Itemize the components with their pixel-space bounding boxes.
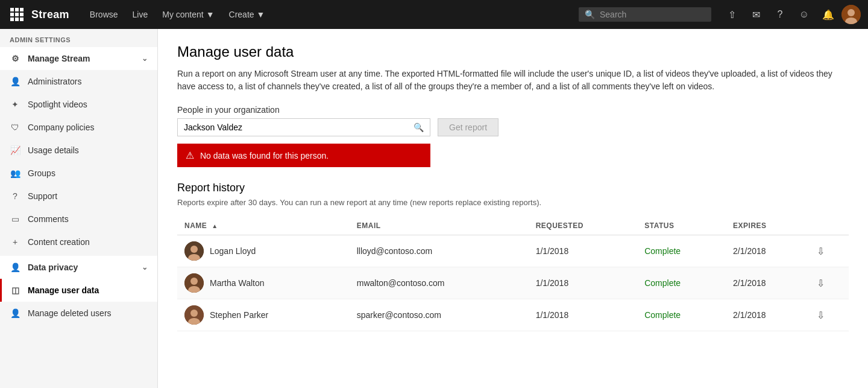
- people-search-box: 🔍: [177, 118, 430, 136]
- nav-links: Browse Live My content ▼ Create ▼: [84, 6, 569, 23]
- table-icon: ◫: [10, 285, 20, 296]
- sidebar-item-content-creation[interactable]: + Content creation: [0, 231, 157, 253]
- cell-requested: 1/1/2018: [529, 267, 638, 299]
- chevron-down-icon: ▼: [257, 10, 265, 19]
- nav-browse[interactable]: Browse: [84, 6, 124, 23]
- cell-requested: 1/1/2018: [529, 235, 638, 267]
- status-badge: Complete: [644, 310, 681, 320]
- table-row: Logan Lloyd llloyd@contoso.com 1/1/2018 …: [177, 235, 849, 267]
- svg-point-10: [190, 310, 198, 317]
- sidebar-item-label: Support: [28, 191, 57, 201]
- report-history-title: Report history: [177, 182, 849, 194]
- help-icon[interactable]: ?: [769, 4, 791, 25]
- waffle-button[interactable]: [7, 5, 27, 24]
- comment-icon: ▭: [10, 214, 20, 224]
- chart-icon: 📈: [10, 145, 20, 156]
- sidebar-item-spotlight-videos[interactable]: ✦ Spotlight videos: [0, 93, 157, 116]
- person-icon: 👤: [10, 308, 20, 319]
- topnav-icons: ⇧ ✉ ? ☺ 🔔: [721, 4, 861, 25]
- sort-asc-icon: ▲: [212, 223, 218, 229]
- sidebar-item-company-policies[interactable]: 🛡 Company policies: [0, 116, 157, 139]
- sidebar-item-manage-user-data[interactable]: ◫ Manage user data: [0, 279, 157, 302]
- cell-email: sparker@contoso.com: [350, 299, 529, 331]
- upload-icon[interactable]: ⇧: [721, 4, 743, 25]
- search-icon: 🔍: [585, 10, 595, 19]
- download-icon[interactable]: ⇩: [817, 278, 825, 288]
- sidebar-item-label: Usage details: [28, 145, 79, 155]
- sidebar-item-label: Company policies: [28, 122, 95, 132]
- privacy-icon: 👤: [10, 262, 20, 273]
- sidebar-manage-stream-items: 👤 Administrators ✦ Spotlight videos 🛡 Co…: [0, 70, 157, 253]
- page-description: Run a report on any Microsoft Stream use…: [177, 68, 840, 93]
- status-badge: Complete: [644, 246, 681, 256]
- cell-status: Complete: [637, 235, 726, 267]
- sidebar-item-comments[interactable]: ▭ Comments: [0, 208, 157, 231]
- sidebar-item-manage-stream[interactable]: ⚙ Manage Stream ⌄: [0, 47, 157, 70]
- sidebar-item-label: Spotlight videos: [28, 100, 87, 109]
- waffle-icon: [10, 8, 24, 21]
- col-action: [810, 217, 849, 235]
- cell-email: mwalton@contoso.com: [350, 267, 529, 299]
- app-layout: ADMIN SETTINGS ⚙ Manage Stream ⌄ 👤 Admin…: [0, 29, 868, 388]
- sidebar-item-usage-details[interactable]: 📈 Usage details: [0, 139, 157, 162]
- top-navigation: Stream Browse Live My content ▼ Create ▼…: [0, 0, 868, 29]
- search-input[interactable]: [600, 10, 696, 19]
- sidebar-section-label: ADMIN SETTINGS: [0, 29, 157, 47]
- people-icon: 👥: [10, 168, 20, 179]
- cell-requested: 1/1/2018: [529, 299, 638, 331]
- cell-download[interactable]: ⇩: [810, 235, 849, 267]
- col-name[interactable]: NAME ▲: [177, 217, 350, 235]
- cell-expires: 2/1/2018: [726, 299, 810, 331]
- cell-email: llloyd@contoso.com: [350, 235, 529, 267]
- user-avatar-icon: [841, 5, 861, 24]
- cell-name: Stephen Parker: [177, 299, 350, 331]
- download-icon[interactable]: ⇩: [817, 310, 825, 320]
- sidebar-item-groups[interactable]: 👥 Groups: [0, 162, 157, 185]
- nav-live[interactable]: Live: [127, 6, 154, 23]
- sidebar-item-administrators[interactable]: 👤 Administrators: [0, 70, 157, 93]
- error-banner: ⚠ No data was found for this person.: [177, 144, 430, 167]
- bell-icon[interactable]: 🔔: [817, 4, 839, 25]
- sidebar-item-manage-deleted-users[interactable]: 👤 Manage deleted users: [0, 302, 157, 325]
- cell-name: Logan Lloyd: [177, 235, 350, 267]
- error-icon: ⚠: [186, 150, 194, 161]
- cell-download[interactable]: ⇩: [810, 267, 849, 299]
- search-icon: 🔍: [414, 122, 424, 132]
- user-avatar[interactable]: [841, 5, 861, 24]
- people-search-input[interactable]: [184, 122, 409, 132]
- sidebar-item-label: Comments: [28, 214, 69, 224]
- sidebar-item-label: Manage deleted users: [28, 308, 112, 318]
- sidebar-item-label: Administrators: [28, 77, 81, 86]
- sidebar-manage-stream-label: Manage Stream: [28, 54, 90, 63]
- cell-expires: 2/1/2018: [726, 235, 810, 267]
- chevron-down-icon: ▼: [206, 10, 215, 19]
- download-icon[interactable]: ⇩: [817, 246, 825, 256]
- page-title: Manage user data: [177, 43, 849, 60]
- svg-point-7: [190, 278, 198, 285]
- search-row: 🔍 Get report: [177, 118, 849, 136]
- user-name: Stephen Parker: [210, 310, 268, 320]
- sidebar-item-support[interactable]: ? Support: [0, 185, 157, 208]
- sidebar-item-data-privacy[interactable]: 👤 Data privacy ⌄: [0, 256, 157, 279]
- table-row: Stephen Parker sparker@contoso.com 1/1/2…: [177, 299, 849, 331]
- gear-icon: ⚙: [10, 53, 20, 64]
- user-name: Martha Walton: [210, 278, 265, 288]
- nav-my-content[interactable]: My content ▼: [156, 6, 220, 23]
- sidebar: ADMIN SETTINGS ⚙ Manage Stream ⌄ 👤 Admin…: [0, 29, 158, 388]
- feedback-icon[interactable]: ☺: [793, 4, 815, 25]
- main-content: Manage user data Run a report on any Mic…: [158, 29, 868, 388]
- report-table: NAME ▲ EMAIL REQUESTED STATUS EXPIRES: [177, 217, 849, 331]
- svg-point-1: [848, 9, 855, 16]
- nav-create[interactable]: Create ▼: [223, 6, 271, 23]
- get-report-button[interactable]: Get report: [438, 118, 498, 136]
- cell-download[interactable]: ⇩: [810, 299, 849, 331]
- cell-status: Complete: [637, 299, 726, 331]
- user-avatar: [184, 241, 204, 261]
- cell-status: Complete: [637, 267, 726, 299]
- col-requested: REQUESTED: [529, 217, 638, 235]
- mail-icon[interactable]: ✉: [745, 4, 767, 25]
- col-status: STATUS: [637, 217, 726, 235]
- col-expires: EXPIRES: [726, 217, 810, 235]
- search-box[interactable]: 🔍: [579, 7, 711, 22]
- status-badge: Complete: [644, 278, 681, 288]
